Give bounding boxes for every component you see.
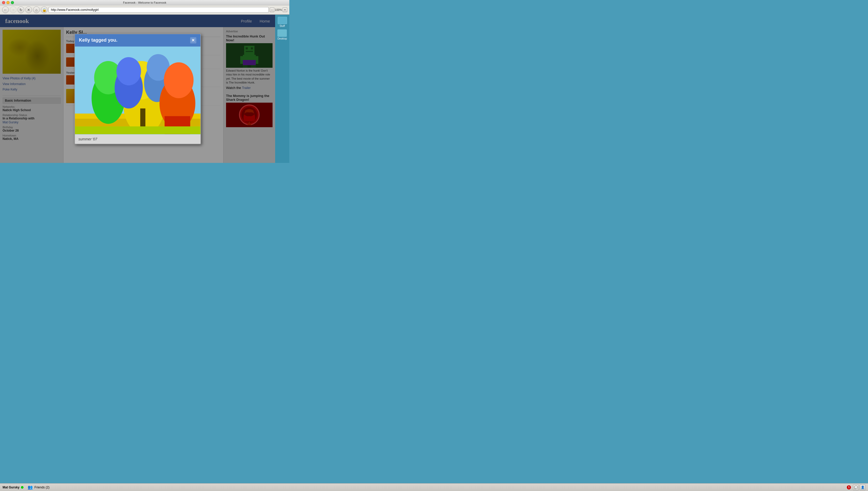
- desktop-icon[interactable]: Desktop: [277, 29, 287, 40]
- modal-title: Kelly tagged you.: [79, 37, 118, 43]
- browser-titlebar: Facenook - Welcome to Facenook: [0, 0, 289, 5]
- zoom-in-button[interactable]: +: [283, 7, 287, 12]
- modal-caption: summer '07: [75, 135, 200, 144]
- zoom-level: 100%: [275, 8, 282, 11]
- browser-toolbar: ← → ↻ ✕ ⌂ 🔒 - 100% +: [0, 5, 289, 15]
- close-button[interactable]: [2, 1, 5, 4]
- svg-point-12: [164, 62, 193, 98]
- modal-header: Kelly tagged you. ×: [75, 34, 200, 47]
- minimize-button[interactable]: [6, 1, 9, 4]
- desktop-sidebar: Stuff Desktop: [275, 15, 289, 163]
- stuff-icon[interactable]: Stuff: [278, 17, 287, 27]
- zoom-controls: - 100% +: [270, 7, 287, 12]
- feed-area: Kelly Sl... Today Yesterday: [63, 27, 223, 163]
- maximize-button[interactable]: [11, 1, 14, 4]
- svg-rect-17: [75, 126, 200, 134]
- svg-point-8: [116, 57, 141, 85]
- url-bar[interactable]: [49, 7, 269, 13]
- back-button[interactable]: ←: [2, 6, 9, 13]
- refresh-button[interactable]: ↻: [18, 6, 24, 13]
- browser-title: Facenook - Welcome to Facenook: [123, 1, 166, 4]
- tag-modal: Kelly tagged you. ×: [74, 34, 201, 144]
- forward-button[interactable]: →: [10, 6, 17, 13]
- svg-rect-14: [140, 108, 145, 129]
- modal-image: [75, 47, 200, 135]
- stuff-label: Stuff: [280, 25, 285, 27]
- stop-button[interactable]: ✕: [25, 6, 32, 13]
- desktop-label: Desktop: [277, 37, 287, 40]
- zoom-out-button[interactable]: -: [270, 7, 274, 12]
- home-button[interactable]: ⌂: [33, 6, 40, 13]
- security-icon: 🔒: [41, 6, 48, 13]
- modal-close-button[interactable]: ×: [190, 37, 196, 44]
- modal-overlay: Kelly tagged you. ×: [63, 27, 223, 163]
